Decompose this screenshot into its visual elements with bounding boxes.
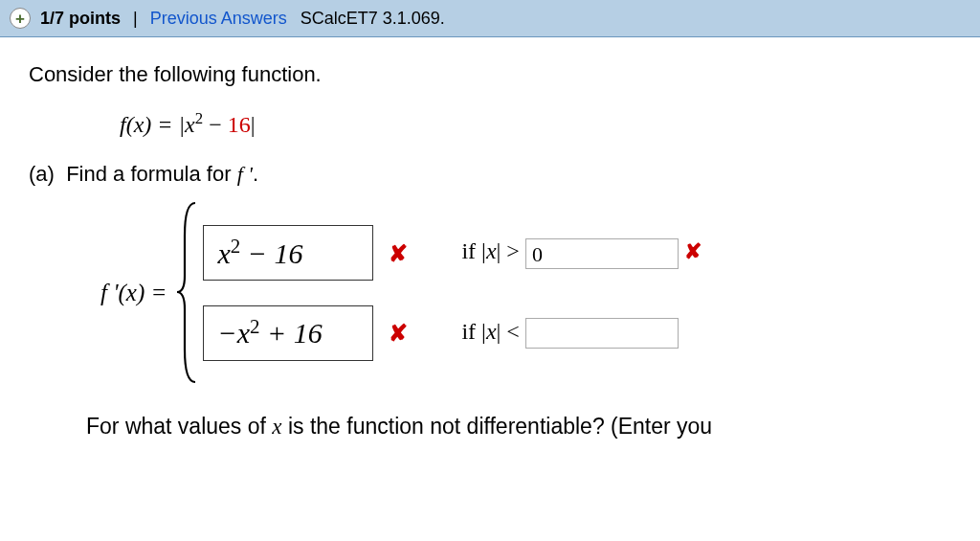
bottom-q-suffix: is the function not differentiable? (Ent… — [282, 414, 713, 439]
case1-condition-input[interactable]: 0 — [525, 238, 679, 269]
part-a-text: Find a formula for f '. — [66, 162, 258, 186]
points-text: 1/7 points — [36, 9, 124, 29]
case1-condition: if |x| > 0✘ — [461, 237, 701, 268]
fx-constant: 16 — [228, 112, 251, 137]
part-a-prompt: (a) Find a formula for f '. — [29, 161, 951, 189]
case2-answer-box[interactable]: −x2 + 16 — [203, 305, 373, 361]
wrong-icon: ✘ — [389, 318, 408, 348]
if-pre: if | — [461, 319, 485, 344]
fx-definition: f(x) = |x2 − 16| — [29, 110, 951, 140]
case1-answer-box[interactable]: x2 − 16 — [203, 225, 373, 281]
bottom-q-var: x — [272, 415, 281, 439]
brace-container: x2 − 16 ✘ if |x| > 0✘ −x2 + 16 ✘ if |x| … — [174, 199, 701, 386]
fprime-label: f '(x) = — [100, 278, 167, 309]
plus-glyph: + — [15, 11, 25, 27]
cases-column: x2 − 16 ✘ if |x| > 0✘ −x2 + 16 ✘ if |x| … — [203, 199, 701, 386]
differentiability-question: For what values of x is the function not… — [29, 413, 951, 441]
part-a-label: (a) — [29, 162, 55, 186]
if-pre: if | — [461, 238, 485, 263]
if-var: x — [486, 238, 497, 263]
expand-icon[interactable]: + — [10, 8, 31, 29]
wrong-icon: ✘ — [684, 239, 702, 263]
question-header-bar: + 1/7 points | Previous Answers SCalcET7… — [0, 0, 980, 37]
case-row-1: x2 − 16 ✘ if |x| > 0✘ — [203, 218, 701, 287]
case1-answer-math: x2 − 16 — [217, 235, 302, 272]
if-op: | < — [497, 319, 525, 344]
question-content: Consider the following function. f(x) = … — [0, 37, 980, 441]
previous-answers-link[interactable]: Previous Answers — [146, 9, 291, 29]
fx-minus: − — [203, 112, 228, 137]
case2-condition: if |x| < — [461, 317, 678, 349]
fx-prefix: f(x) = |x — [120, 112, 195, 137]
case2-answer-math: −x2 + 16 — [217, 314, 322, 351]
fx-close-bar: | — [251, 112, 256, 137]
consider-text: Consider the following function. — [29, 61, 951, 89]
if-var: x — [486, 319, 497, 344]
piecewise-definition: f '(x) = x2 − 16 ✘ if |x| > 0✘ −x2 — [29, 199, 951, 386]
if-op: | > — [497, 238, 525, 263]
book-reference-text: SCalcET7 3.1.069. — [297, 9, 449, 29]
wrong-icon: ✘ — [389, 238, 408, 268]
bottom-q-prefix: For what values of — [86, 414, 272, 439]
left-brace-icon — [174, 199, 203, 386]
divider-text: | — [130, 9, 141, 29]
case-row-2: −x2 + 16 ✘ if |x| < — [203, 299, 701, 368]
case2-condition-input[interactable] — [525, 318, 679, 349]
